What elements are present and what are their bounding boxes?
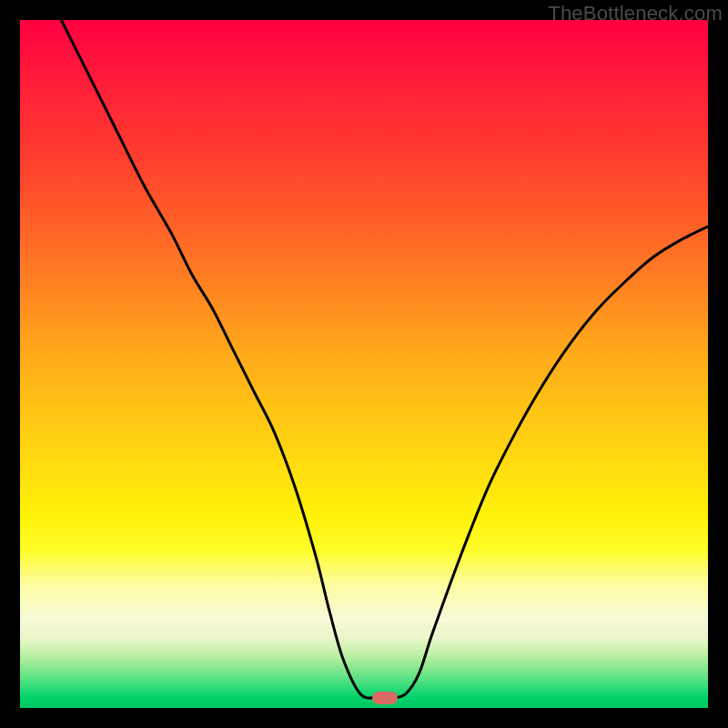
- optimum-marker: [372, 692, 398, 704]
- plot-area: [20, 20, 708, 708]
- watermark-text: TheBottleneck.com: [548, 2, 723, 25]
- bottleneck-chart: TheBottleneck.com: [0, 0, 728, 728]
- curve-layer: [20, 20, 708, 708]
- bottleneck-curve-line: [61, 20, 708, 698]
